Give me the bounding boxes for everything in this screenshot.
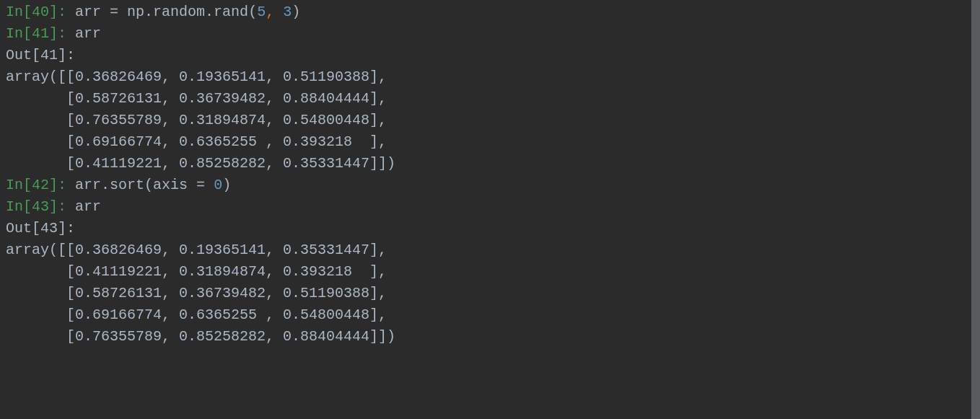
array-output-row: [0.58726131, 0.36739482, 0.51190388], <box>6 283 974 304</box>
prompt-in: In[42]: <box>6 177 66 193</box>
array-output-row: [0.58726131, 0.36739482, 0.88404444], <box>6 88 974 110</box>
console-output[interactable]: In[40]: arr = np.random.rand(5, 3) In[41… <box>6 1 974 348</box>
array-output-row: [0.41119221, 0.31894874, 0.393218 ], <box>6 261 974 283</box>
prompt-out: Out[43]: <box>6 220 75 237</box>
array-output-row: [0.69166774, 0.6365255 , 0.393218 ], <box>6 131 974 153</box>
vertical-scrollbar[interactable] <box>971 0 980 419</box>
input-line-42: In[42]: arr.sort(axis = 0) <box>6 175 974 196</box>
output-prompt-41: Out[41]: <box>6 45 974 66</box>
array-output-row: array([[0.36826469, 0.19365141, 0.353314… <box>6 239 974 261</box>
prompt-out: Out[41]: <box>6 47 75 63</box>
input-line-41: In[41]: arr <box>6 23 974 45</box>
prompt-in: In[43]: <box>6 198 66 215</box>
prompt-in: In[41]: <box>6 25 66 42</box>
prompt-in: In[40]: <box>6 4 66 20</box>
array-output-row: [0.76355789, 0.31894874, 0.54800448], <box>6 110 974 131</box>
output-prompt-43: Out[43]: <box>6 218 974 239</box>
array-output-row: [0.41119221, 0.85258282, 0.35331447]]) <box>6 153 974 175</box>
array-output-row: array([[0.36826469, 0.19365141, 0.511903… <box>6 66 974 88</box>
array-output-row: [0.76355789, 0.85258282, 0.88404444]]) <box>6 326 974 348</box>
input-line-43: In[43]: arr <box>6 196 974 218</box>
input-line-40: In[40]: arr = np.random.rand(5, 3) <box>6 1 974 23</box>
array-output-row: [0.69166774, 0.6365255 , 0.54800448], <box>6 304 974 326</box>
scrollbar-thumb[interactable] <box>971 0 980 419</box>
